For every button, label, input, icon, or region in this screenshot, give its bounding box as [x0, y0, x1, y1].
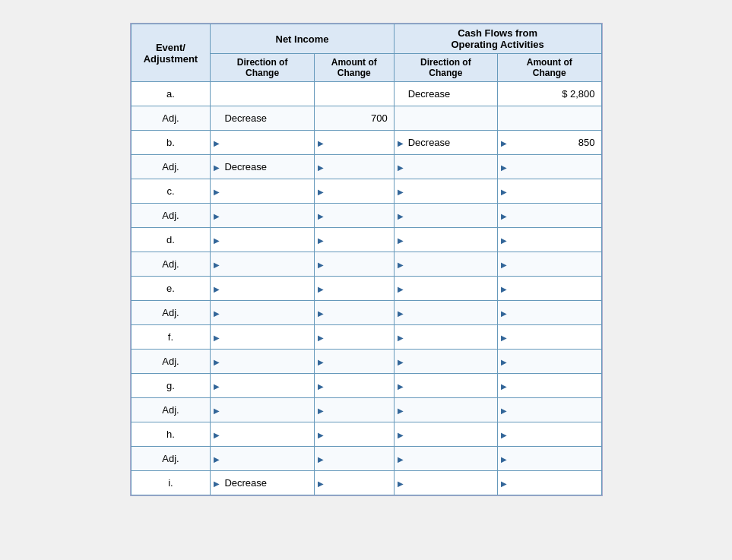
- ni-direction-cell[interactable]: ▶: [211, 398, 314, 422]
- ni-direction-cell[interactable]: Decrease: [211, 106, 314, 131]
- cf-amount-cell[interactable]: ▶: [498, 228, 601, 252]
- arrow-icon: ▶: [398, 381, 404, 390]
- ni-direction-cell[interactable]: ▶: [211, 447, 314, 471]
- ni-direction-cell[interactable]: ▶: [211, 325, 314, 350]
- cf-amount-cell[interactable]: ▶850: [498, 131, 601, 155]
- cf-direction-cell[interactable]: ▶: [394, 422, 497, 447]
- cf-direction-cell[interactable]: ▶: [394, 471, 497, 495]
- cf-direction-cell[interactable]: ▶: [394, 252, 497, 277]
- cf-amount-header: Amount ofChange: [498, 54, 601, 82]
- ni-amount-cell[interactable]: ▶: [314, 422, 394, 447]
- cf-direction-cell[interactable]: [394, 106, 497, 131]
- arrow-icon: ▶: [501, 284, 507, 293]
- arrow-icon: ▶: [318, 357, 324, 365]
- ni-amount-cell[interactable]: ▶: [314, 374, 394, 398]
- cf-direction-cell[interactable]: ▶: [394, 350, 497, 374]
- cf-amount-cell[interactable]: ▶: [498, 277, 601, 301]
- ni-direction-cell[interactable]: ▶: [211, 252, 314, 277]
- cf-amount-cell[interactable]: ▶: [498, 398, 601, 422]
- cf-direction-cell[interactable]: ▶: [394, 447, 497, 471]
- cf-direction-cell[interactable]: ▶: [394, 325, 497, 350]
- arrow-icon: ▶: [214, 260, 220, 268]
- ni-direction-cell[interactable]: ▶Decrease: [211, 155, 314, 179]
- arrow-icon: ▶: [318, 333, 324, 341]
- cf-amount-cell[interactable]: ▶: [498, 374, 601, 398]
- ni-amount-cell[interactable]: ▶: [314, 325, 394, 350]
- table-row: d.▶▶▶▶: [131, 228, 601, 252]
- ni-amount-cell[interactable]: ▶: [314, 471, 394, 495]
- row-label: Adj.: [131, 301, 211, 325]
- arrow-icon: ▶: [214, 357, 220, 365]
- cf-direction-cell[interactable]: ▶: [394, 277, 497, 301]
- arrow-icon: ▶: [501, 406, 507, 414]
- ni-direction-cell[interactable]: ▶: [211, 204, 314, 228]
- ni-direction-cell[interactable]: ▶: [211, 350, 314, 374]
- ni-amount-cell[interactable]: ▶: [314, 252, 394, 277]
- cf-amount-cell[interactable]: [498, 106, 601, 131]
- arrow-icon: ▶: [214, 163, 220, 171]
- cf-direction-cell[interactable]: ▶Decrease: [394, 131, 497, 155]
- arrow-icon: ▶: [398, 260, 404, 268]
- cf-amount-cell[interactable]: ▶: [498, 447, 601, 471]
- table-row: Adj.▶▶▶▶: [131, 447, 601, 471]
- row-label: c.: [131, 179, 211, 204]
- ni-direction-cell[interactable]: ▶: [211, 179, 314, 204]
- ni-amount-cell[interactable]: ▶: [314, 350, 394, 374]
- ni-direction-cell[interactable]: ▶: [211, 228, 314, 252]
- ni-amount-cell[interactable]: ▶: [314, 228, 394, 252]
- cf-direction-cell[interactable]: ▶: [394, 301, 497, 325]
- arrow-icon: ▶: [398, 479, 404, 487]
- ni-direction-cell[interactable]: ▶Decrease: [211, 471, 314, 495]
- cf-direction-cell[interactable]: ▶: [394, 204, 497, 228]
- row-label: Adj.: [131, 252, 211, 277]
- cf-direction-header: Direction ofChange: [394, 54, 497, 82]
- cf-amount-cell[interactable]: ▶: [498, 204, 601, 228]
- ni-amount-cell[interactable]: ▶: [314, 301, 394, 325]
- ni-direction-cell[interactable]: ▶: [211, 301, 314, 325]
- ni-amount-cell[interactable]: ▶: [314, 447, 394, 471]
- cf-amount-cell[interactable]: ▶: [498, 301, 601, 325]
- cf-amount-cell[interactable]: ▶: [498, 422, 601, 447]
- ni-amount-cell[interactable]: ▶: [314, 204, 394, 228]
- cf-amount-cell[interactable]: ▶: [498, 325, 601, 350]
- arrow-icon: ▶: [318, 284, 324, 293]
- ni-amount-cell[interactable]: ▶: [314, 155, 394, 179]
- ni-amount-cell[interactable]: ▶: [314, 277, 394, 301]
- cf-amount-cell[interactable]: ▶: [498, 155, 601, 179]
- cf-direction-cell[interactable]: ▶: [394, 228, 497, 252]
- row-label: a.: [131, 82, 211, 106]
- cf-amount-cell[interactable]: ▶: [498, 252, 601, 277]
- cf-amount-cell[interactable]: $ 2,800: [498, 82, 601, 106]
- cf-amount-cell[interactable]: ▶: [498, 350, 601, 374]
- cf-amount-value: $ 2,800: [562, 88, 594, 100]
- ni-direction-cell[interactable]: ▶: [211, 131, 314, 155]
- cf-direction-cell[interactable]: ▶: [394, 179, 497, 204]
- cf-direction-cell[interactable]: Decrease: [394, 82, 497, 106]
- ni-direction-cell[interactable]: ▶: [211, 374, 314, 398]
- cf-amount-cell[interactable]: ▶: [498, 471, 601, 495]
- table-row: h.▶▶▶▶: [131, 422, 601, 447]
- cf-amount-cell[interactable]: ▶: [498, 179, 601, 204]
- table-row: Adj.▶▶▶▶: [131, 252, 601, 277]
- arrow-icon: ▶: [398, 236, 404, 244]
- ni-direction-cell[interactable]: ▶: [211, 422, 314, 447]
- arrow-icon: ▶: [318, 187, 324, 195]
- arrow-icon: ▶: [214, 308, 220, 317]
- cf-direction-cell[interactable]: ▶: [394, 398, 497, 422]
- ni-direction-header: Direction ofChange: [211, 54, 314, 82]
- cf-direction-cell[interactable]: ▶: [394, 374, 497, 398]
- ni-amount-cell[interactable]: [314, 82, 394, 106]
- row-label: f.: [131, 325, 211, 350]
- arrow-icon: ▶: [318, 479, 324, 487]
- cf-direction-cell[interactable]: ▶: [394, 155, 497, 179]
- ni-amount-cell[interactable]: ▶: [314, 398, 394, 422]
- table-row: Adj.▶▶▶▶: [131, 204, 601, 228]
- ni-amount-cell[interactable]: 700: [314, 106, 394, 131]
- ni-direction-cell[interactable]: ▶: [211, 277, 314, 301]
- row-label: Adj.: [131, 204, 211, 228]
- arrow-icon: ▶: [214, 187, 220, 195]
- ni-direction-cell[interactable]: [211, 82, 314, 106]
- ni-direction-value: Decrease: [224, 161, 267, 172]
- ni-amount-cell[interactable]: ▶: [314, 179, 394, 204]
- ni-amount-cell[interactable]: ▶: [314, 131, 394, 155]
